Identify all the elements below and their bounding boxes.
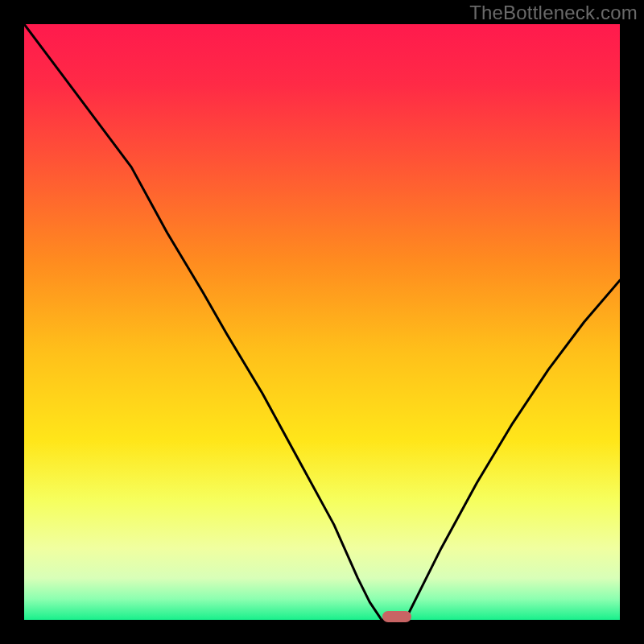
watermark-text: TheBottleneck.com bbox=[469, 2, 638, 24]
optimal-marker bbox=[382, 611, 411, 622]
gradient-background bbox=[24, 24, 620, 620]
chart-frame: TheBottleneck.com bbox=[0, 0, 644, 644]
chart-svg bbox=[24, 24, 620, 620]
plot-area bbox=[24, 24, 620, 620]
